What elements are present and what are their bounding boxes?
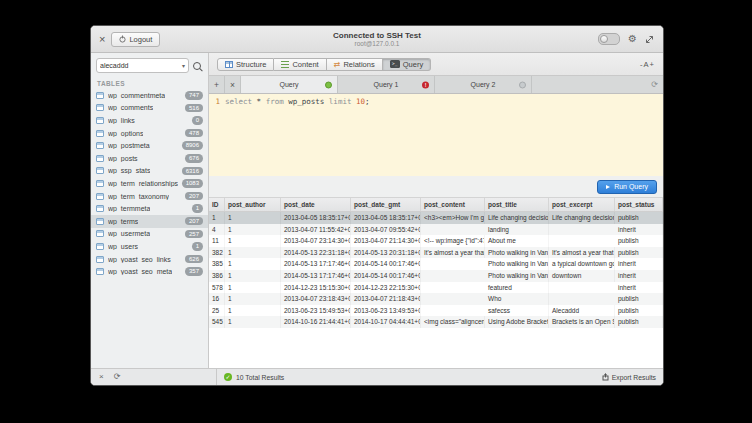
result-cell: 2014-05-13 17:17:46+0: [281, 270, 351, 282]
table-icon: [96, 268, 104, 275]
column-header[interactable]: post_excerpt: [549, 198, 615, 211]
result-row[interactable]: 38612014-05-13 17:17:46+02014-05-14 00:1…: [209, 270, 663, 282]
sidebar-table-item[interactable]: wp_usermeta 257: [91, 228, 208, 241]
result-cell: Using Adobe Brackets as: [485, 316, 549, 328]
theme-toggle[interactable]: [598, 33, 620, 45]
result-cell: 2013-04-05 18:35:17+0: [351, 212, 421, 224]
column-header[interactable]: post_date: [281, 198, 351, 211]
table-name: wp_comments: [108, 104, 153, 111]
column-header[interactable]: post_author: [225, 198, 281, 211]
result-cell: 25: [209, 305, 225, 317]
sidebar-table-item[interactable]: wp_term_taxonomy 207: [91, 190, 208, 203]
sidebar-table-item[interactable]: wp_termmeta 1: [91, 202, 208, 215]
results-empty-space: [209, 328, 663, 368]
resize-icon[interactable]: [645, 35, 654, 44]
close-window-button[interactable]: ×: [99, 34, 105, 45]
column-header[interactable]: ID: [209, 198, 225, 211]
sidebar-table-item[interactable]: wp_yoast_seo_meta 357: [91, 265, 208, 278]
result-row[interactable]: 1112013-04-07 23:14:30+02013-04-07 21:14…: [209, 235, 663, 247]
refresh-icon[interactable]: ⟳: [646, 80, 663, 89]
result-row[interactable]: 112013-04-05 18:35:17+02013-04-05 18:35:…: [209, 212, 663, 224]
column-header[interactable]: post_content: [421, 198, 485, 211]
sidebar-table-item[interactable]: wp_links 0: [91, 114, 208, 127]
result-cell: 385: [209, 258, 225, 270]
column-header[interactable]: post_date_gmt: [351, 198, 421, 211]
query-tab[interactable]: Query 2: [435, 76, 532, 93]
export-results-button[interactable]: Export Results: [602, 373, 656, 381]
column-header[interactable]: post_status: [615, 198, 663, 211]
table-count-badge: 676: [185, 154, 203, 163]
reload-tables-icon[interactable]: ⟳: [114, 373, 121, 381]
table-count-badge: 357: [185, 267, 203, 276]
logout-button[interactable]: Logout: [111, 32, 160, 47]
table-count-badge: 257: [185, 230, 203, 239]
sidebar-table-item[interactable]: wp_ssp_stats 6316: [91, 165, 208, 178]
result-cell: 1: [225, 212, 281, 224]
table-name: wp_users: [108, 243, 138, 250]
sidebar-table-item[interactable]: wp_posts 676: [91, 152, 208, 165]
result-cell: 2014-12-23 22:15:30+0: [351, 282, 421, 294]
search-combobox[interactable]: ▾: [96, 58, 189, 73]
result-cell: About me: [485, 235, 549, 247]
view-button[interactable]: ⇄ Relations: [327, 58, 383, 71]
sidebar-table-item[interactable]: wp_users 1: [91, 240, 208, 253]
result-cell: Photo walking in Vancouv: [485, 258, 549, 270]
result-cell: Life changing decisions. I: [549, 212, 615, 224]
close-query-tab-button[interactable]: ×: [225, 76, 241, 93]
table-icon: [96, 104, 104, 111]
sidebar-table-item[interactable]: wp_term_relationships 1083: [91, 177, 208, 190]
table-count-badge: 626: [185, 255, 203, 264]
table-name: wp_term_relationships: [108, 180, 178, 187]
sidebar-table-item[interactable]: wp_terms 207: [91, 215, 208, 228]
column-header[interactable]: post_title: [485, 198, 549, 211]
window-title: Connected to SSH Test: [333, 31, 421, 40]
sidebar-table-item[interactable]: wp_commentmeta 747: [91, 89, 208, 102]
sidebar-table-item[interactable]: wp_postmeta 8906: [91, 139, 208, 152]
result-cell: 2013-06-23 13:49:53+0: [351, 305, 421, 317]
statusbar: × ⟳ ✓ 10 Total Results Export Results: [91, 368, 663, 385]
table-icon: [96, 193, 104, 200]
result-cell: publish: [615, 316, 663, 328]
sql-token: ;: [365, 97, 370, 106]
search-input[interactable]: [100, 62, 180, 69]
result-row[interactable]: 54512014-10-16 21:44:41+02014-10-17 04:4…: [209, 316, 663, 328]
view-button[interactable]: Content: [274, 58, 326, 71]
font-size-control[interactable]: -A+: [640, 60, 655, 69]
table-name: wp_postmeta: [108, 142, 150, 149]
search-icon[interactable]: [193, 62, 201, 70]
result-row[interactable]: 57812014-12-23 15:15:30+02014-12-23 22:1…: [209, 282, 663, 294]
result-cell: 2013-04-07 21:18:43+0: [351, 293, 421, 305]
view-button-label: Relations: [343, 60, 374, 69]
view-button[interactable]: >_ Query: [383, 58, 431, 71]
view-button[interactable]: Structure: [217, 58, 274, 71]
result-row[interactable]: 38212014-05-13 22:31:18+02014-05-13 20:3…: [209, 247, 663, 259]
result-row[interactable]: 38512014-05-13 17:17:46+02014-05-14 00:1…: [209, 258, 663, 270]
gear-icon[interactable]: ⚙: [628, 34, 637, 44]
sql-editor[interactable]: 1 select * from wp_posts limit 10;: [209, 94, 663, 176]
sql-token: from: [266, 97, 289, 106]
sidebar-table-item[interactable]: wp_options 478: [91, 127, 208, 140]
result-row[interactable]: 1612013-04-07 23:18:43+02013-04-07 21:18…: [209, 293, 663, 305]
content-area: Structure Content ⇄ Relations >_ Query -…: [209, 53, 663, 368]
result-cell: 2014-12-23 15:15:30+0: [281, 282, 351, 294]
add-query-tab-button[interactable]: +: [209, 76, 225, 93]
table-name: wp_yoast_seo_links: [108, 256, 171, 263]
result-row[interactable]: 412013-04-07 11:55:42+02013-04-07 09:55:…: [209, 224, 663, 236]
query-tab[interactable]: Query 1 !: [338, 76, 435, 93]
query-tab[interactable]: Query: [241, 76, 338, 93]
result-cell: 2014-10-16 21:44:41+0: [281, 316, 351, 328]
result-cell: safecss: [485, 305, 549, 317]
remove-table-button[interactable]: ×: [99, 373, 104, 381]
view-button-label: Content: [292, 60, 318, 69]
result-cell: 1: [225, 224, 281, 236]
sidebar-table-item[interactable]: wp_comments 516: [91, 102, 208, 115]
sidebar-table-item[interactable]: wp_yoast_seo_links 626: [91, 253, 208, 266]
sidebar-search-row: ▾: [91, 53, 208, 77]
window-subtitle: root@127.0.0.1: [333, 40, 421, 47]
result-cell: 4: [209, 224, 225, 236]
query-tab-bar: + × Query Query 1 ! Query 2 ⟳: [209, 76, 663, 94]
run-query-button[interactable]: Run Query: [597, 180, 657, 194]
result-cell: 1: [225, 282, 281, 294]
result-row[interactable]: 2512013-06-23 15:49:53+02013-06-23 13:49…: [209, 305, 663, 317]
table-name: wp_terms: [108, 218, 138, 225]
